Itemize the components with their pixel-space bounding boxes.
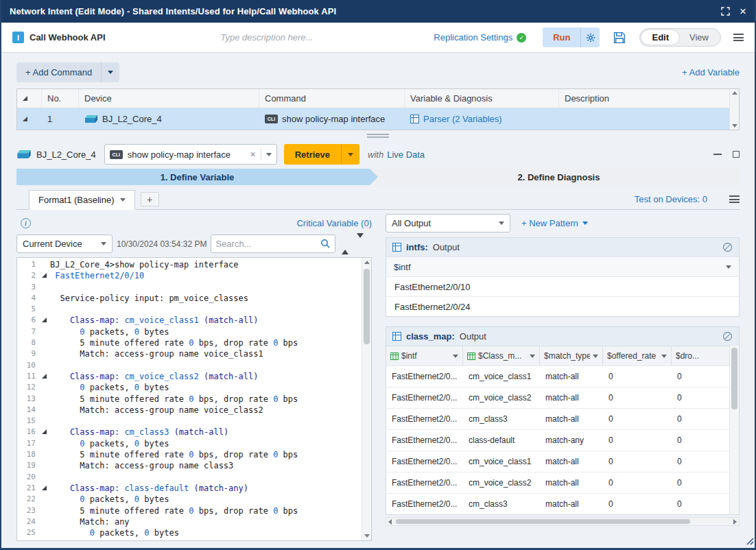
column-header-match-type[interactable]: $match_type	[540, 346, 603, 366]
minimize-panel-icon[interactable]	[713, 154, 722, 155]
device-selector-dropdown[interactable]: Current Device	[16, 235, 113, 253]
next-match-button[interactable]	[355, 236, 366, 252]
intfs-variable-section: intfs: Output $intf FastEthernet2/0/10	[386, 237, 740, 317]
code-vertical-scrollbar[interactable]	[362, 258, 371, 540]
info-icon[interactable]: i	[21, 218, 31, 228]
class-map-vertical-scrollbar[interactable]	[729, 346, 739, 514]
scrollbar-thumb[interactable]	[731, 348, 737, 409]
class-map-row[interactable]: FastEthernet2/0...cm_class3match-all00	[386, 408, 729, 429]
clear-icon[interactable]: ×	[250, 150, 256, 159]
chevron-down-icon[interactable]	[582, 222, 588, 225]
step-define-diagnosis[interactable]: 2. Define Diagnosis	[371, 169, 740, 185]
add-variable-link[interactable]: + Add Variable	[682, 67, 740, 77]
variable-type: Output	[433, 242, 460, 252]
fold-spacer	[40, 416, 50, 427]
fold-toggle-icon[interactable]	[40, 315, 50, 326]
command-table-row[interactable]: 1 BJ_L2_Core_4 CLI show policy-map inter…	[17, 108, 739, 130]
class-map-cell: 0	[672, 451, 729, 472]
fold-toggle-icon[interactable]	[40, 270, 50, 281]
scroll-right-icon[interactable]	[733, 519, 737, 525]
previous-match-button[interactable]	[340, 236, 351, 252]
chevron-down-icon[interactable]	[726, 265, 731, 269]
menu-icon[interactable]	[733, 34, 744, 41]
class-map-row[interactable]: FastEthernet2/0...class-defaultmatch-any…	[386, 429, 729, 451]
horizontal-splitter[interactable]	[16, 130, 740, 141]
run-button[interactable]: Run	[543, 27, 600, 47]
collapse-all-icon[interactable]	[23, 96, 27, 101]
add-command-label[interactable]: + Add Command	[16, 67, 101, 77]
collapse-row-icon[interactable]	[23, 117, 27, 121]
command-table-scrollbar[interactable]	[729, 89, 739, 130]
intf-value-row[interactable]: FastEthernet2/0/24	[386, 296, 739, 316]
scroll-left-icon[interactable]	[388, 519, 392, 525]
test-on-devices-link[interactable]: Test on Devices: 0	[635, 194, 707, 204]
chevron-down-icon[interactable]	[593, 355, 598, 358]
new-pattern-link[interactable]: + New Pattern	[521, 218, 588, 228]
intf-value-row[interactable]: FastEthernet2/0/10	[386, 276, 739, 296]
add-command-button[interactable]: + Add Command	[16, 62, 119, 82]
search-icon	[320, 239, 331, 249]
search-input[interactable]	[215, 239, 320, 249]
chevron-down-icon[interactable]	[341, 144, 359, 165]
critical-variable-link[interactable]: Critical Variable (0)	[296, 218, 372, 228]
description-placeholder[interactable]: Type description here...	[221, 32, 314, 43]
maximize-panel-icon[interactable]	[733, 151, 740, 158]
retrieve-button[interactable]: Retrieve	[284, 144, 359, 165]
class-map-row[interactable]: FastEthernet2/0...cm_voice_class1match-a…	[386, 366, 729, 387]
circle-slash-icon[interactable]	[722, 331, 733, 342]
chevron-down-icon[interactable]	[101, 242, 106, 246]
intf-group-row[interactable]: $intf	[386, 256, 739, 276]
intent-icon: I	[12, 32, 24, 43]
class-map-cell: 0	[603, 430, 672, 451]
scroll-down-icon[interactable]	[364, 534, 370, 538]
scrollbar-thumb[interactable]	[396, 519, 690, 524]
tab-format1-baseline[interactable]: Format1 (Baseline)	[29, 190, 135, 210]
menu-icon[interactable]	[729, 195, 740, 203]
column-header-intf[interactable]: $intf	[386, 346, 463, 366]
class-map-row[interactable]: FastEthernet2/0...cm_voice_class1match-a…	[386, 451, 729, 472]
live-data-link[interactable]: Live Data	[387, 150, 425, 160]
search-box[interactable]	[211, 235, 335, 253]
class-map-row[interactable]: FastEthernet2/0...cm_voice_class2match-a…	[386, 472, 729, 493]
chevron-down-icon[interactable]	[120, 198, 126, 202]
chevron-down-icon[interactable]	[453, 355, 458, 358]
fold-toggle-icon[interactable]	[40, 427, 50, 438]
scroll-down-icon[interactable]	[732, 124, 737, 128]
step-define-variable[interactable]: 1. Define Variable	[16, 169, 378, 185]
add-format-tab-button[interactable]: +	[141, 192, 159, 206]
column-header-offered-rate[interactable]: $offered_rate	[603, 346, 672, 366]
new-pattern-label[interactable]: + New Pattern	[521, 218, 578, 228]
chevron-down-icon[interactable]	[266, 153, 272, 156]
run-button-label[interactable]: Run	[543, 32, 580, 43]
horizontal-scrollbar[interactable]	[386, 517, 740, 526]
command-dropdown[interactable]: CLI show policy-map interface ×	[104, 144, 277, 165]
save-icon[interactable]	[613, 32, 626, 44]
chevron-down-icon[interactable]	[661, 355, 667, 358]
close-icon[interactable]: ×	[740, 5, 746, 17]
chevron-down-icon[interactable]	[499, 222, 504, 225]
scrollbar-thumb[interactable]	[364, 269, 370, 344]
view-mode-button[interactable]: View	[679, 30, 719, 45]
row-parser-link[interactable]: Parser (2 Variables)	[423, 114, 502, 124]
gear-icon[interactable]	[580, 27, 600, 47]
fold-spacer	[40, 282, 50, 293]
column-header-drop-rate[interactable]: $dro...	[672, 346, 729, 366]
line-number: 3	[17, 282, 40, 293]
chevron-down-icon[interactable]	[101, 62, 119, 82]
scroll-up-icon[interactable]	[364, 261, 370, 264]
retrieve-label[interactable]: Retrieve	[284, 144, 341, 165]
output-filter-dropdown[interactable]: All Output	[386, 214, 510, 232]
fold-toggle-icon[interactable]	[40, 483, 50, 494]
replication-settings-link[interactable]: Replication Settings	[434, 32, 512, 43]
circle-slash-icon[interactable]	[722, 242, 733, 252]
expand-icon[interactable]	[721, 7, 730, 16]
class-map-row[interactable]: FastEthernet2/0...cm_class3match-all00	[386, 493, 729, 514]
edit-mode-button[interactable]: Edit	[641, 30, 679, 45]
code-text: 0 packets, 0 bytes	[50, 438, 169, 449]
column-header-class-map[interactable]: $Class_m...	[463, 346, 540, 366]
chevron-down-icon[interactable]	[530, 355, 535, 358]
fold-toggle-icon[interactable]	[40, 371, 50, 382]
scroll-up-icon[interactable]	[732, 91, 737, 95]
window-resize-grip[interactable]	[746, 536, 754, 548]
class-map-row[interactable]: FastEthernet2/0...cm_voice_class2match-a…	[386, 387, 729, 408]
